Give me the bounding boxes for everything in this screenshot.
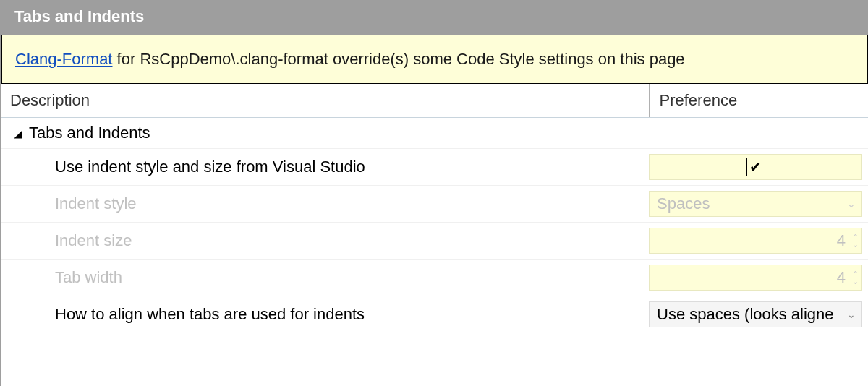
- row-use-vs-indent: Use indent style and size from Visual St…: [1, 149, 868, 186]
- spinner-indent-size[interactable]: 4 ⌃ ⌄: [649, 228, 862, 254]
- settings-table[interactable]: Description Preference Tabs and Indents …: [1, 84, 868, 333]
- row-align-tabs: How to align when tabs are used for inde…: [1, 296, 868, 333]
- checkbox-use-vs-indent[interactable]: ✔: [649, 154, 862, 180]
- spinner-down-icon[interactable]: ⌄: [850, 241, 860, 248]
- label-indent-size: Indent size: [1, 223, 649, 260]
- select-value: Spaces: [657, 194, 710, 213]
- group-label: Tabs and Indents: [29, 124, 150, 142]
- expand-icon[interactable]: [13, 129, 23, 140]
- select-indent-style[interactable]: Spaces ⌄: [649, 191, 862, 217]
- select-value: Use spaces (looks aligne: [657, 305, 834, 324]
- table-header-row: Description Preference: [1, 84, 868, 118]
- select-align-tabs[interactable]: Use spaces (looks aligne ⌄: [649, 301, 862, 327]
- check-icon: ✔: [749, 160, 762, 174]
- row-indent-size: Indent size 4 ⌃ ⌄: [1, 223, 868, 260]
- label-align-tabs: How to align when tabs are used for inde…: [1, 296, 649, 333]
- column-description[interactable]: Description: [1, 84, 649, 118]
- spinner-down-icon[interactable]: ⌄: [850, 278, 860, 285]
- row-tab-width: Tab width 4 ⌃ ⌄: [1, 260, 868, 296]
- chevron-down-icon: ⌄: [847, 309, 856, 320]
- chevron-down-icon: ⌄: [847, 198, 856, 210]
- row-indent-style: Indent style Spaces ⌄: [1, 186, 868, 223]
- panel-title: Tabs and Indents: [1, 0, 868, 35]
- clang-format-link[interactable]: Clang-Format: [15, 50, 112, 68]
- label-tab-width: Tab width: [1, 260, 649, 296]
- column-preference[interactable]: Preference: [649, 84, 868, 118]
- svg-marker-0: [14, 130, 22, 138]
- group-tabs-and-indents[interactable]: Tabs and Indents: [1, 118, 868, 149]
- label-indent-style: Indent style: [1, 186, 649, 223]
- spinner-value: 4: [837, 231, 850, 250]
- notice-text: for RsCppDemo\.clang-format override(s) …: [112, 50, 684, 68]
- spinner-tab-width[interactable]: 4 ⌃ ⌄: [649, 265, 862, 291]
- clang-format-notice: Clang-Format for RsCppDemo\.clang-format…: [1, 35, 868, 84]
- spinner-value: 4: [837, 268, 850, 287]
- label-use-vs-indent: Use indent style and size from Visual St…: [1, 149, 649, 186]
